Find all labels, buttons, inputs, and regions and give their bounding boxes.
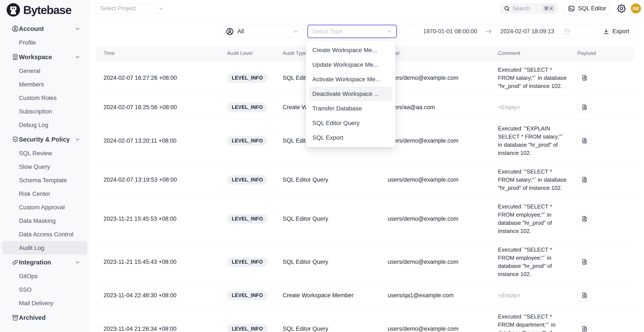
column-header: Audit Level [227, 50, 283, 56]
cell-audit-type: SQL Editor Query [283, 259, 388, 265]
column-header: Actor [388, 50, 498, 56]
sidebar-item[interactable]: Custom Roles [2, 91, 87, 105]
cell-comment: Executed `"EXPLAIN SELECT * FROM salary;… [498, 125, 563, 156]
sidebar-item[interactable]: Risk Center [2, 187, 87, 200]
sidebar-item[interactable]: Debug Log [2, 118, 87, 132]
dropdown-menu-item[interactable]: SQL Export [309, 130, 392, 145]
cell-time: 2024-02-07 13:19:53 +08:00 [104, 176, 227, 183]
table-row: 2023-11-21 15:45:53 +08:00 LEVEL_INFO SQ… [96, 197, 635, 240]
type-filter-dropdown: Create Workspace Me...Update Workspace M… [306, 41, 396, 147]
audit-level-badge: LEVEL_INFO [227, 136, 268, 146]
audit-level-badge: LEVEL_INFO [227, 73, 268, 83]
sql-editor-button[interactable]: SQL Editor [563, 3, 611, 14]
export-button[interactable]: Export [597, 25, 635, 38]
payload-button[interactable] [578, 134, 592, 147]
file-search-icon [581, 74, 588, 81]
sidebar-item-label: Account [19, 25, 44, 32]
dropdown-menu-item[interactable]: SQL Editor Query [309, 116, 392, 130]
chevron-down-icon [74, 25, 81, 32]
sidebar-item-label: SQL Review [19, 150, 52, 157]
sidebar-item[interactable]: Archived [2, 311, 87, 325]
search-input[interactable]: Search ⌘ K [500, 3, 558, 13]
settings-button[interactable] [617, 4, 626, 13]
sidebar-item-label: Mail Delivery [19, 300, 53, 307]
payload-button[interactable] [578, 212, 592, 225]
audit-level-badge: LEVEL_INFO [227, 175, 268, 185]
file-search-icon [581, 104, 588, 111]
dropdown-menu-item[interactable]: Update Workspace Me... [309, 57, 392, 72]
sidebar-item-label: GitOps [19, 273, 38, 280]
sidebar-item[interactable]: Subscription [2, 105, 87, 118]
avatar[interactable]: DE [631, 3, 641, 13]
cell-time: 2024-02-07 16:27:26 +08:00 [104, 75, 227, 81]
cell-actor: users/demo@example.com [388, 259, 498, 265]
sidebar-item[interactable]: Data Masking [2, 214, 87, 228]
chevron-down-icon [74, 54, 81, 60]
cell-audit-type: SQL Editor Query [283, 326, 388, 332]
sidebar-item[interactable]: Profile [2, 36, 87, 49]
sidebar-item[interactable]: Integration [2, 255, 87, 269]
cell-comment: Executed `"SELECT * FROM salary;"` in da… [498, 66, 567, 89]
table-row: 2023-11-21 15:45:43 +08:00 LEVEL_INFO SQ… [96, 240, 635, 284]
sidebar-item-label: General [19, 68, 40, 74]
cell-time: 2023-11-04 21:26:34 +08:00 [104, 326, 227, 332]
dropdown-menu-item[interactable]: Activate Workspace Me... [309, 72, 392, 87]
cell-actor: users/demo@example.com [388, 215, 498, 222]
dropdown-menu-item[interactable]: Transfer Database [309, 101, 392, 116]
sidebar-item-label: Profile [19, 39, 36, 46]
column-header: Comment [498, 50, 578, 56]
payload-button[interactable] [578, 173, 592, 186]
payload-button[interactable] [578, 289, 592, 302]
type-filter-select[interactable]: Select Type [308, 25, 397, 38]
user-circle-icon [226, 27, 234, 36]
sidebar-item-label: Data Access Control [19, 231, 74, 238]
sidebar-item[interactable]: Members [2, 78, 87, 91]
sidebar-item[interactable]: Custom Approval [2, 200, 87, 214]
bytebase-logo[interactable]: Bytebase [0, 0, 89, 19]
sidebar: Bytebase Account Profile Workspace Gener… [0, 0, 90, 332]
date-start[interactable]: 1970-01-01 08:00:00 [423, 28, 477, 35]
brand-name: Bytebase [23, 3, 71, 16]
cell-audit-type: SQL Editor Query [283, 215, 388, 222]
actor-filter-value: All [237, 28, 244, 35]
payload-button[interactable] [578, 322, 592, 332]
date-range-picker[interactable]: 1970-01-01 08:00:00 2024-02-07 18:09:13 [402, 25, 593, 38]
payload-button[interactable] [578, 255, 592, 269]
audit-level-badge: LEVEL_INFO [227, 103, 268, 112]
audit-level-badge: LEVEL_INFO [227, 324, 268, 332]
date-end[interactable]: 2024-02-07 18:09:13 [500, 28, 554, 35]
sidebar-item[interactable]: Data Access Control [2, 228, 87, 241]
sidebar-item[interactable]: Security & Policy [2, 132, 87, 147]
cell-comment: Executed `"SELECT * FROM employee;"` in … [498, 203, 552, 234]
sidebar-item[interactable]: SQL Review [2, 147, 87, 160]
chevron-down-icon [293, 28, 299, 34]
table-row: 2023-11-04 22:48:30 +08:00 LEVEL_INFO Cr… [96, 284, 635, 307]
shield-check-icon [12, 136, 19, 143]
sidebar-item[interactable]: GitOps [2, 269, 87, 283]
sidebar-item[interactable]: Mail Delivery [2, 296, 87, 310]
dropdown-menu-item[interactable]: Deactivate Workspace ... [309, 87, 392, 101]
project-select-placeholder: Select Project [100, 5, 136, 12]
project-select[interactable]: Select Project [96, 3, 168, 13]
actor-filter-select[interactable]: All [221, 25, 303, 38]
sidebar-item[interactable]: Workspace [2, 50, 87, 64]
sidebar-item[interactable]: SSO [2, 283, 87, 296]
cell-comment: Executed `"SELECT * FROM department;"` i… [498, 313, 556, 332]
topbar: Select Project Search ⌘ K SQL Editor DE [90, 0, 644, 17]
search-shortcut-badge: ⌘ K [542, 5, 555, 12]
sidebar-item-label: Risk Center [19, 190, 50, 197]
sidebar-item[interactable]: Slow Query [2, 160, 87, 173]
calendar-icon[interactable] [564, 28, 571, 35]
search-icon [504, 5, 510, 11]
sidebar-item[interactable]: Account [2, 22, 87, 36]
dropdown-menu-item[interactable]: Create Workspace Me... [309, 43, 392, 57]
sidebar-item[interactable]: General [2, 64, 87, 78]
sidebar-item[interactable]: Schema Template [2, 173, 87, 187]
cell-comment: <Empty> [498, 292, 520, 299]
file-search-icon [581, 215, 588, 222]
sidebar-item[interactable]: Audit Log [2, 241, 87, 255]
payload-button[interactable] [578, 71, 592, 85]
type-filter-placeholder: Select Type [312, 28, 342, 35]
arrow-right-icon [484, 27, 493, 36]
payload-button[interactable] [578, 101, 592, 114]
